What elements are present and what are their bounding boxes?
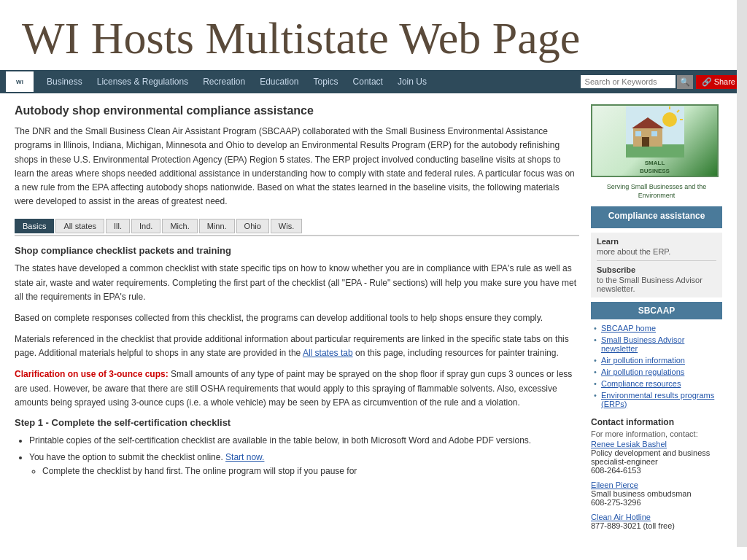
tab-indiana[interactable]: Ind. (131, 219, 160, 233)
scrollbar[interactable] (737, 0, 747, 547)
contact-0: Renee Lesiak Bashel Policy development a… (591, 440, 722, 475)
share-button[interactable]: 🔗 Share (696, 75, 741, 89)
compliance-title: Compliance assistance (597, 211, 716, 221)
warning-paragraph: Clarification on use of 3-ounce cups: Sm… (15, 368, 579, 410)
logo-tagline-full: Serving Small Businesses and the Environ… (591, 183, 722, 200)
tab-wisconsin[interactable]: Wis. (271, 219, 302, 233)
section2-title: Step 1 - Complete the self-certification… (15, 417, 579, 428)
content-heading: Autobody shop environmental compliance a… (15, 104, 579, 117)
subscribe-label: Subscribe (597, 265, 716, 274)
contact-title: Contact information (591, 417, 722, 427)
compliance-box: Compliance assistance (591, 206, 722, 228)
nav-business[interactable]: Business (39, 70, 90, 93)
tab-minnesota[interactable]: Minn. (199, 219, 235, 233)
all-states-tab-link[interactable]: All states tab (303, 348, 353, 358)
sbcaap-link-1: Small Business Advisor newsletter (594, 334, 719, 354)
bullet-item-2: You have the option to submit the checkl… (29, 451, 579, 478)
nav-recreation[interactable]: Recreation (196, 70, 252, 93)
contact-sub: For more information, contact: (591, 429, 722, 438)
contact-0-phone: 608-264-6153 (591, 466, 722, 475)
nav-contact[interactable]: Contact (346, 70, 390, 93)
svg-rect-8 (642, 137, 649, 147)
sbcaap-logo-svg (626, 106, 684, 158)
sbcaap-links: SBCAAP home Small Business Advisor newsl… (591, 322, 722, 410)
sbcaap-air-regs-link[interactable]: Air pollution regulations (601, 368, 684, 376)
page-title: WI Hosts Multistate Web Page (22, 13, 725, 63)
svg-rect-10 (651, 131, 657, 136)
contact-0-role: Policy development and business speciali… (591, 448, 722, 466)
tab-michigan[interactable]: Mich. (162, 219, 197, 233)
search-input[interactable] (581, 75, 676, 88)
nav-education[interactable]: Education (252, 70, 306, 93)
sbcaap-link-0: SBCAAP home (594, 322, 719, 334)
nav-join-us[interactable]: Join Us (390, 70, 434, 93)
sbcaap-link-5: Environmental results programs (ERPs) (594, 389, 719, 410)
tab-all-states[interactable]: All states (55, 219, 104, 233)
sbcaap-erp-link[interactable]: Environmental results programs (ERPs) (601, 391, 714, 408)
bullet-item-1: Printable copies of the self-certificati… (29, 434, 579, 448)
tabs-container: Basics All states Ill. Ind. Mich. Minn. … (15, 219, 579, 236)
section1-title: Shop compliance checklist packets and tr… (15, 245, 579, 256)
section2-bullet-list: Printable copies of the self-certificati… (29, 434, 579, 479)
logo-tagline: SMALL BUSINESS (626, 160, 684, 175)
sbcaap-link-3: Air pollution regulations (594, 366, 719, 378)
contact-2: Clean Air Hotline 877-889-3021 (toll fre… (591, 513, 722, 530)
learn-group: Learn more about the ERP. Subscribe to t… (591, 233, 722, 298)
sbcaap-link-4: Compliance resources (594, 378, 719, 389)
sbcaap-section-title: SBCAAP (591, 302, 722, 319)
tab-ohio[interactable]: Ohio (236, 219, 269, 233)
section1-text2: Based on complete responses collected fr… (15, 311, 579, 325)
search-area: 🔍 🔗 Share (581, 75, 741, 89)
subscribe-sub: to the Small Business Advisor newsletter… (597, 276, 716, 293)
section1-text3: Materials referenced in the checklist th… (15, 332, 579, 360)
section1-text1: The states have developed a common check… (15, 262, 579, 304)
sbcaap-air-info-link[interactable]: Air pollution information (601, 356, 685, 365)
contact-1-phone: 608-275-3296 (591, 498, 722, 507)
sbcaap-home-link[interactable]: SBCAAP home (601, 324, 656, 332)
page-title-section: WI Hosts Multistate Web Page (0, 0, 747, 70)
contact-1-name[interactable]: Eileen Pierce (591, 481, 638, 489)
search-button[interactable]: 🔍 (677, 75, 693, 89)
main-layout: Autobody shop environmental compliance a… (0, 93, 737, 546)
intro-text: The DNR and the Small Business Clean Air… (15, 125, 579, 209)
tab-illinois[interactable]: Ill. (106, 219, 130, 233)
site-logo: WI (6, 71, 34, 92)
contact-2-name[interactable]: Clean Air Hotline (591, 513, 651, 521)
svg-rect-9 (635, 131, 641, 136)
nav-licenses[interactable]: Licenses & Regulations (90, 70, 196, 93)
warning-label: Clarification on use of 3-ounce cups: (15, 369, 169, 379)
sidebar-logo: SMALL BUSINESS (591, 104, 719, 177)
nav-topics[interactable]: Topics (306, 70, 346, 93)
sbcaap-compliance-link[interactable]: Compliance resources (601, 379, 681, 388)
navbar: WI Business Licenses & Regulations Recre… (0, 70, 747, 93)
content-area: Autobody shop environmental compliance a… (15, 104, 579, 535)
tab-basics[interactable]: Basics (15, 219, 54, 233)
contact-1-role: Small business ombudsman (591, 489, 722, 498)
start-now-link[interactable]: Start now. (225, 452, 264, 462)
sidebar: SMALL BUSINESS Serving Small Businesses … (591, 104, 722, 535)
contact-0-name[interactable]: Renee Lesiak Bashel (591, 440, 667, 448)
svg-point-1 (662, 112, 677, 127)
learn-sub: more about the ERP. (597, 247, 716, 256)
contact-section: Contact information For more information… (591, 417, 722, 530)
nav-links: Business Licenses & Regulations Recreati… (39, 70, 581, 93)
sbcaap-link-2: Air pollution information (594, 354, 719, 366)
sub-bullet-list: Complete the checklist by hand first. Th… (42, 464, 579, 478)
sbcaap-newsletter-link[interactable]: Small Business Advisor newsletter (601, 335, 684, 353)
contact-2-phone: 877-889-3021 (toll free) (591, 521, 722, 530)
contact-1: Eileen Pierce Small business ombudsman 6… (591, 481, 722, 507)
sub-bullet-item-1: Complete the checklist by hand first. Th… (42, 464, 579, 478)
learn-label: Learn (597, 237, 716, 246)
